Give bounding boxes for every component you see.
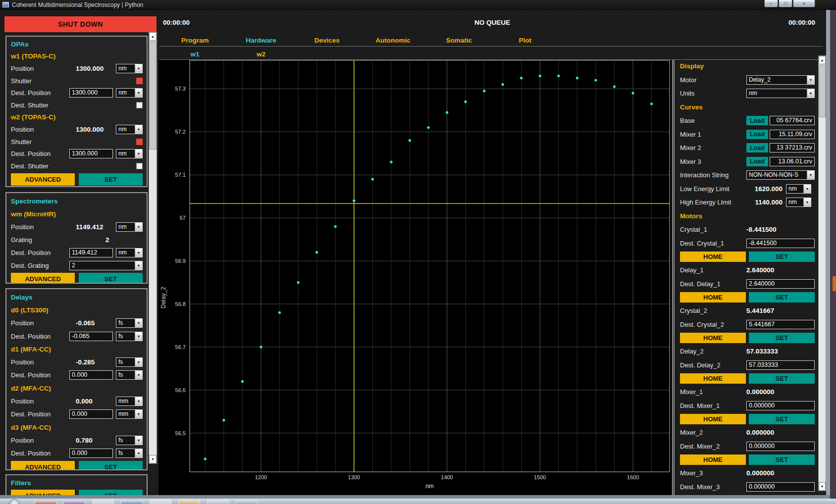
dropdown-arrow-icon: ▼ (135, 436, 142, 445)
dest-mixer-2-input[interactable]: 0.000000 (746, 442, 815, 451)
low-energy-limit-units-dropdown[interactable]: nm▼ (786, 184, 811, 194)
crystal-1-home-button[interactable]: HOME (680, 252, 746, 262)
taskbar-app-1[interactable] (35, 500, 56, 504)
tab-devices[interactable]: Devices (294, 37, 360, 44)
mixer-2-home-button[interactable]: HOME (680, 454, 746, 465)
dest-position-units-dropdown[interactable]: fs▼ (116, 449, 143, 458)
position-units-dropdown[interactable]: nm▼ (116, 222, 143, 232)
high-energy-limit-units-dropdown[interactable]: nm▼ (786, 198, 811, 207)
data-point (409, 139, 411, 142)
dest-position-input[interactable]: 1300.000 (69, 149, 113, 158)
tab-somatic[interactable]: Somatic (426, 37, 492, 44)
position-units-dropdown[interactable]: fs▼ (116, 357, 143, 367)
base-file-input[interactable]: 05 67764.crv (770, 116, 815, 125)
tab-plot[interactable]: Plot (492, 37, 558, 44)
mixer-2-file-input[interactable]: 13 37213.crv (770, 143, 815, 152)
maximize-icon[interactable]: □ (779, 0, 792, 7)
crystal-2-set-button[interactable]: SET (749, 333, 815, 343)
high-energy-limit-label: High Energy LImit (680, 199, 746, 206)
position-value: 1300.000 (69, 126, 113, 133)
motor-dropdown[interactable]: Delay_2 ▼ (746, 75, 815, 85)
delay-2-set-button[interactable]: SET (749, 373, 815, 384)
taskbar-app-4[interactable] (121, 500, 143, 504)
taskbar-app-6[interactable] (178, 500, 200, 504)
taskbar-app-7[interactable] (207, 500, 229, 504)
subtab-w1[interactable]: w1 (162, 50, 228, 58)
dest-grating-dropdown[interactable]: 2▼ (69, 261, 143, 270)
taskbar-app-3[interactable] (92, 500, 114, 504)
left-scrollbar[interactable]: ▲ ▼ (149, 32, 157, 464)
units-dropdown[interactable]: nm ▼ (746, 89, 815, 98)
mixer-1-home-button[interactable]: HOME (680, 414, 746, 424)
dest-position-units-dropdown[interactable]: fs▼ (116, 370, 143, 380)
taskbar-app-2[interactable] (63, 500, 85, 504)
scroll-down-icon[interactable]: ▼ (819, 482, 826, 491)
dest-mixer-1-input[interactable]: 0.000000 (746, 401, 815, 410)
dest-position-input[interactable]: 1149.412 (69, 248, 113, 257)
start-button[interactable] (9, 499, 20, 504)
dest-position-input[interactable]: 0.000 (69, 370, 113, 380)
right-scrollbar-thumb[interactable] (819, 65, 826, 117)
dest-position-input[interactable]: 1300.000 (69, 88, 113, 98)
subtab-w2[interactable]: w2 (228, 50, 294, 58)
delay-1-home-button[interactable]: HOME (680, 292, 746, 302)
interaction-dropdown[interactable]: NON-NON-NON-S ▼ (746, 170, 815, 180)
dest-position-input[interactable]: -0.065 (69, 332, 113, 341)
delay-2-home-button[interactable]: HOME (680, 373, 746, 384)
row-dest-position: Dest. Position-0.065fs▼ (11, 330, 143, 343)
right-scrollbar[interactable]: ▲ ▼ (818, 55, 826, 491)
minimize-icon[interactable]: – (764, 0, 778, 7)
delay-1-set-button[interactable]: SET (749, 292, 815, 302)
row-d2-mfa-cc: d2 (MFA-CC) (11, 382, 143, 395)
set-button[interactable]: SET (79, 173, 143, 186)
tab-program[interactable]: Program (162, 37, 228, 44)
crystal-1-set-button[interactable]: SET (749, 252, 815, 262)
plot-canvas[interactable]: 1200130014001500160056.556.656.756.856.9… (158, 60, 672, 496)
dest-position-units-dropdown[interactable]: nm▼ (116, 248, 143, 257)
dest-crystal-2-input[interactable]: 5.441667 (746, 320, 815, 329)
dest-shutter-checkbox[interactable] (136, 102, 143, 108)
dest-position-units-dropdown[interactable]: mm▼ (116, 409, 143, 419)
tab-hardware[interactable]: Hardware (228, 37, 294, 44)
mixer-2-set-button[interactable]: SET (749, 454, 815, 465)
shutdown-button[interactable]: SHUT DOWN (4, 16, 157, 32)
dest-delay-2-input[interactable]: 57.033333 (746, 360, 815, 370)
left-scrollbar-thumb[interactable] (149, 42, 157, 150)
crystal-2-home-button[interactable]: HOME (680, 333, 746, 343)
taskbar-app-8[interactable] (236, 500, 258, 504)
mixer-3-file-input[interactable]: 13.06.01.crv (770, 157, 815, 166)
advanced-button[interactable]: ADVANCED (11, 461, 75, 470)
dest-position-units-dropdown-value: nm (116, 89, 135, 97)
scroll-up-icon[interactable]: ▲ (819, 56, 826, 64)
position-units-dropdown[interactable]: mm▼ (116, 397, 143, 406)
dest-crystal-1-input[interactable]: -8.441500 (746, 239, 815, 248)
mixer-1-load-button[interactable]: Load (746, 130, 768, 139)
dest-position-units-dropdown[interactable]: fs▼ (116, 332, 143, 341)
dest-delay-1-input[interactable]: 2.640000 (746, 279, 815, 289)
advanced-button[interactable]: ADVANCED (11, 173, 75, 186)
advanced-button[interactable]: ADVANCED (11, 273, 75, 284)
base-load-button[interactable]: Load (746, 116, 768, 125)
tab-autonomic[interactable]: Autonomic (360, 37, 426, 44)
dest-mixer-3-input[interactable]: 0.000000 (746, 482, 815, 492)
position-units-dropdown[interactable]: nm▼ (116, 125, 143, 134)
dest-position-input[interactable]: 0.000 (69, 449, 113, 458)
position-units-dropdown[interactable]: nm▼ (116, 64, 143, 73)
mixer-1-file-input[interactable]: 15.11.09.crv (770, 130, 815, 139)
set-button[interactable]: SET (79, 273, 143, 284)
position-units-dropdown[interactable]: fs▼ (116, 436, 143, 445)
mixer-1-set-button[interactable]: SET (749, 414, 815, 424)
close-icon[interactable]: × (793, 0, 815, 7)
dest-shutter-checkbox[interactable] (136, 163, 143, 169)
position-units-dropdown[interactable]: fs▼ (116, 318, 143, 328)
set-button[interactable]: SET (79, 461, 143, 470)
mixer-3-load-button[interactable]: Load (746, 157, 768, 166)
taskbar-app-5[interactable] (150, 500, 171, 504)
dest-position-units-dropdown[interactable]: nm▼ (116, 88, 143, 98)
scroll-up-icon[interactable]: ▲ (149, 32, 157, 41)
dest-position-units-dropdown[interactable]: nm▼ (116, 149, 143, 158)
mixer-2-load-button[interactable]: Load (746, 143, 768, 152)
dest-position-input[interactable]: 0.000 (69, 409, 113, 419)
mixer-2-file-name: 13 37213.crv (777, 144, 812, 151)
scroll-down-icon[interactable]: ▼ (149, 455, 157, 463)
